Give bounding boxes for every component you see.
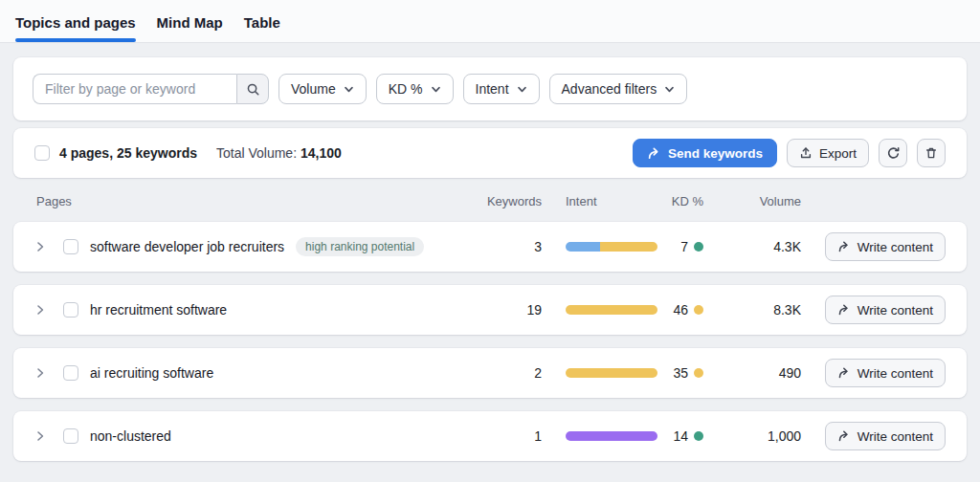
write-arrow-icon: [837, 240, 851, 253]
write-arrow-icon: [837, 303, 851, 317]
total-volume: Total Volume:14,100: [216, 145, 342, 161]
row-checkbox[interactable]: [63, 302, 78, 318]
page-title: software developer job recruiters: [90, 239, 284, 254]
delete-button[interactable]: [917, 139, 946, 167]
volume-value: 1,000: [703, 428, 801, 444]
column-header-keywords: Keywords: [475, 194, 542, 208]
write-arrow-icon: [837, 366, 851, 380]
high-ranking-potential-badge: high ranking potential: [296, 237, 424, 256]
kd-filter-label: KD %: [389, 81, 423, 97]
advanced-filters-label: Advanced filters: [562, 81, 657, 97]
intent-bar: [566, 368, 657, 378]
tab-mind-map[interactable]: Mind Map: [157, 0, 223, 42]
write-content-label: Write content: [858, 303, 933, 318]
kd-dot: [694, 305, 703, 315]
send-arrow-icon: [647, 146, 661, 161]
export-button[interactable]: Export: [787, 139, 869, 167]
keywords-count: 2: [475, 365, 542, 381]
chevron-right-icon: [34, 304, 46, 316]
search-icon: [246, 82, 260, 97]
column-header-volume: Volume: [703, 194, 801, 208]
volume-filter-dropdown[interactable]: Volume: [278, 74, 367, 104]
export-icon: [799, 146, 813, 160]
chevron-down-icon: [517, 84, 527, 95]
intent-bar: [566, 242, 657, 252]
send-keywords-button[interactable]: Send keywords: [633, 139, 777, 167]
chevron-right-icon: [34, 367, 46, 379]
chevron-down-icon: [664, 84, 675, 95]
table-header: Pages Keywords Intent KD % Volume: [13, 186, 967, 215]
expand-row-button[interactable]: [34, 304, 50, 316]
keywords-count: 3: [475, 239, 542, 254]
table-row: non-clustered 1 14 1,000 Write content: [13, 411, 967, 461]
keywords-count: 19: [475, 302, 542, 318]
write-content-label: Write content: [858, 429, 933, 444]
expand-row-button[interactable]: [34, 430, 50, 442]
write-content-button[interactable]: Write content: [825, 359, 946, 387]
refresh-button[interactable]: [879, 139, 907, 167]
write-content-button[interactable]: Write content: [825, 296, 946, 324]
tab-topics-and-pages[interactable]: Topics and pages: [15, 0, 136, 42]
kd-value: 7: [680, 239, 688, 254]
send-keywords-label: Send keywords: [668, 146, 763, 161]
table-row: hr recruitment software 19 46 8.3K Write…: [13, 285, 967, 335]
selection-summary: 4 pages, 25 keywords: [59, 145, 197, 161]
column-header-kd: KD %: [657, 194, 703, 208]
column-header-intent: Intent: [566, 194, 657, 208]
intent-filter-dropdown[interactable]: Intent: [463, 74, 540, 104]
write-content-button[interactable]: Write content: [825, 232, 946, 261]
summary-bar: 4 pages, 25 keywords Total Volume:14,100…: [13, 128, 967, 178]
refresh-icon: [886, 146, 901, 161]
column-header-pages: Pages: [36, 194, 475, 208]
chevron-down-icon: [344, 84, 354, 95]
intent-bar: [566, 305, 657, 315]
chevron-right-icon: [34, 241, 46, 252]
row-checkbox[interactable]: [63, 428, 78, 444]
row-checkbox[interactable]: [63, 239, 78, 254]
expand-row-button[interactable]: [34, 241, 50, 252]
volume-value: 8.3K: [703, 302, 801, 318]
main-content: Volume KD % Intent Advanced filters: [0, 43, 980, 461]
write-content-label: Write content: [858, 366, 933, 381]
kd-value: 35: [673, 365, 688, 381]
table-row: ai recruiting software 2 35 490 Write co…: [13, 348, 967, 398]
intent-filter-label: Intent: [476, 81, 509, 97]
page-title: ai recruiting software: [90, 365, 213, 381]
volume-value: 4.3K: [703, 239, 801, 254]
write-arrow-icon: [837, 429, 851, 443]
kd-dot: [694, 368, 703, 378]
intent-bar: [566, 431, 657, 441]
kd-dot: [694, 431, 703, 441]
export-label: Export: [819, 146, 857, 161]
total-volume-label: Total Volume:: [216, 145, 297, 161]
trash-icon: [924, 146, 938, 160]
write-content-button[interactable]: Write content: [825, 422, 946, 450]
volume-value: 490: [703, 365, 801, 381]
chevron-down-icon: [431, 84, 441, 95]
advanced-filters-dropdown[interactable]: Advanced filters: [549, 74, 688, 104]
kd-filter-dropdown[interactable]: KD %: [376, 74, 454, 104]
table-row: software developer job recruiters high r…: [13, 222, 967, 272]
search-input[interactable]: [33, 74, 236, 104]
select-all-checkbox[interactable]: [34, 145, 50, 161]
search-group: [33, 74, 269, 104]
page-title: non-clustered: [90, 428, 171, 444]
page-title: hr recruitment software: [90, 302, 227, 318]
filter-bar: Volume KD % Intent Advanced filters: [13, 57, 967, 120]
search-button[interactable]: [236, 74, 269, 104]
tab-table[interactable]: Table: [244, 0, 280, 42]
volume-filter-label: Volume: [291, 81, 336, 97]
row-checkbox[interactable]: [63, 365, 78, 381]
write-content-label: Write content: [858, 240, 933, 254]
kd-dot: [694, 242, 703, 252]
chevron-right-icon: [34, 430, 46, 442]
kd-value: 14: [673, 428, 688, 444]
keywords-count: 1: [475, 428, 542, 444]
kd-value: 46: [673, 302, 688, 318]
tab-bar: Topics and pages Mind Map Table: [0, 0, 980, 43]
total-volume-value: 14,100: [301, 145, 342, 161]
expand-row-button[interactable]: [34, 367, 50, 379]
